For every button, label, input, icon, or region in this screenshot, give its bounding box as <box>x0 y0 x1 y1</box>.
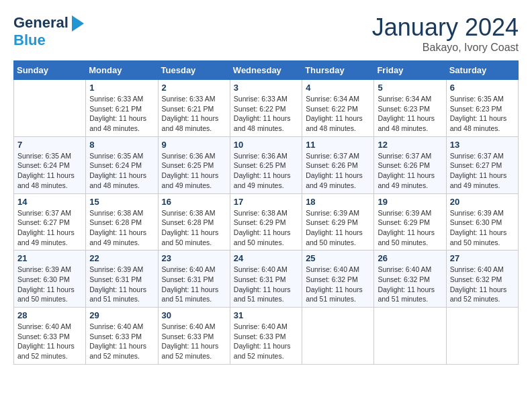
day-info: Sunrise: 6:34 AMSunset: 6:23 PMDaylight:… <box>378 94 442 134</box>
day-info: Sunrise: 6:39 AMSunset: 6:31 PMDaylight:… <box>89 265 154 304</box>
calendar-cell: 13Sunrise: 6:37 AMSunset: 6:27 PMDayligh… <box>446 136 518 193</box>
day-number: 2 <box>162 83 226 93</box>
day-info: Sunrise: 6:39 AMSunset: 6:29 PMDaylight:… <box>378 208 442 248</box>
day-info: Sunrise: 6:33 AMSunset: 6:21 PMDaylight:… <box>162 94 226 134</box>
calendar-cell: 27Sunrise: 6:40 AMSunset: 6:32 PMDayligh… <box>446 250 518 308</box>
day-number: 4 <box>306 83 370 93</box>
day-info: Sunrise: 6:39 AMSunset: 6:30 PMDaylight:… <box>450 208 515 248</box>
day-number: 28 <box>17 310 82 320</box>
day-info: Sunrise: 6:40 AMSunset: 6:33 PMDaylight:… <box>89 322 154 361</box>
calendar-cell: 1Sunrise: 6:33 AMSunset: 6:21 PMDaylight… <box>86 80 158 137</box>
col-header-thursday: Thursday <box>302 61 374 80</box>
calendar-cell: 24Sunrise: 6:40 AMSunset: 6:31 PMDayligh… <box>230 250 302 308</box>
day-info: Sunrise: 6:40 AMSunset: 6:32 PMDaylight:… <box>306 265 370 304</box>
calendar-cell: 11Sunrise: 6:37 AMSunset: 6:26 PMDayligh… <box>302 136 374 193</box>
day-number: 10 <box>234 140 298 150</box>
calendar-cell: 10Sunrise: 6:36 AMSunset: 6:25 PMDayligh… <box>230 136 302 193</box>
day-number: 17 <box>234 197 298 207</box>
logo-blue: Blue <box>13 32 84 48</box>
col-header-monday: Monday <box>86 61 158 80</box>
day-number: 26 <box>378 253 442 263</box>
calendar-cell: 6Sunrise: 6:35 AMSunset: 6:23 PMDaylight… <box>446 80 518 137</box>
day-info: Sunrise: 6:39 AMSunset: 6:30 PMDaylight:… <box>17 265 82 304</box>
col-header-saturday: Saturday <box>446 61 518 80</box>
day-number: 15 <box>89 197 154 207</box>
calendar-cell: 28Sunrise: 6:40 AMSunset: 6:33 PMDayligh… <box>14 308 86 365</box>
logo-arrow-icon <box>72 15 84 32</box>
day-info: Sunrise: 6:33 AMSunset: 6:22 PMDaylight:… <box>234 94 298 134</box>
day-info: Sunrise: 6:33 AMSunset: 6:21 PMDaylight:… <box>89 94 154 134</box>
day-info: Sunrise: 6:40 AMSunset: 6:33 PMDaylight:… <box>234 322 298 361</box>
day-number: 29 <box>89 310 154 320</box>
day-number: 6 <box>450 83 515 93</box>
day-info: Sunrise: 6:40 AMSunset: 6:32 PMDaylight:… <box>450 265 515 304</box>
page-header: General Blue January 2024 Bakayo, Ivory … <box>13 13 519 54</box>
calendar-cell: 14Sunrise: 6:37 AMSunset: 6:27 PMDayligh… <box>14 193 86 250</box>
calendar-table: SundayMondayTuesdayWednesdayThursdayFrid… <box>13 60 519 365</box>
week-row-5: 28Sunrise: 6:40 AMSunset: 6:33 PMDayligh… <box>14 308 519 365</box>
day-number: 1 <box>89 83 154 93</box>
month-title: January 2024 <box>372 13 519 42</box>
col-header-wednesday: Wednesday <box>230 61 302 80</box>
calendar-cell <box>446 308 518 365</box>
calendar-cell: 25Sunrise: 6:40 AMSunset: 6:32 PMDayligh… <box>302 250 374 308</box>
calendar-cell: 19Sunrise: 6:39 AMSunset: 6:29 PMDayligh… <box>374 193 446 250</box>
location-title: Bakayo, Ivory Coast <box>372 42 519 54</box>
calendar-cell: 3Sunrise: 6:33 AMSunset: 6:22 PMDaylight… <box>230 80 302 137</box>
calendar-cell: 30Sunrise: 6:40 AMSunset: 6:33 PMDayligh… <box>158 308 230 365</box>
week-row-4: 21Sunrise: 6:39 AMSunset: 6:30 PMDayligh… <box>14 250 519 308</box>
day-info: Sunrise: 6:36 AMSunset: 6:25 PMDaylight:… <box>234 151 298 191</box>
calendar-cell: 8Sunrise: 6:35 AMSunset: 6:24 PMDaylight… <box>86 136 158 193</box>
day-number: 27 <box>450 253 515 263</box>
day-info: Sunrise: 6:40 AMSunset: 6:33 PMDaylight:… <box>162 322 226 361</box>
day-number: 31 <box>234 310 298 320</box>
day-info: Sunrise: 6:40 AMSunset: 6:31 PMDaylight:… <box>234 265 298 304</box>
day-info: Sunrise: 6:38 AMSunset: 6:29 PMDaylight:… <box>234 208 298 248</box>
calendar-cell <box>374 308 446 365</box>
day-number: 19 <box>378 197 442 207</box>
calendar-cell: 26Sunrise: 6:40 AMSunset: 6:32 PMDayligh… <box>374 250 446 308</box>
day-number: 25 <box>306 253 370 263</box>
day-number: 5 <box>378 83 442 93</box>
calendar-cell <box>14 80 86 137</box>
day-number: 23 <box>162 253 226 263</box>
calendar-cell: 17Sunrise: 6:38 AMSunset: 6:29 PMDayligh… <box>230 193 302 250</box>
day-number: 22 <box>89 253 154 263</box>
calendar-cell: 18Sunrise: 6:39 AMSunset: 6:29 PMDayligh… <box>302 193 374 250</box>
day-info: Sunrise: 6:35 AMSunset: 6:23 PMDaylight:… <box>450 94 515 134</box>
day-number: 21 <box>17 253 82 263</box>
day-info: Sunrise: 6:38 AMSunset: 6:28 PMDaylight:… <box>89 208 154 248</box>
title-section: January 2024 Bakayo, Ivory Coast <box>372 13 519 54</box>
day-info: Sunrise: 6:39 AMSunset: 6:29 PMDaylight:… <box>306 208 370 248</box>
day-number: 18 <box>306 197 370 207</box>
calendar-cell: 29Sunrise: 6:40 AMSunset: 6:33 PMDayligh… <box>86 308 158 365</box>
logo-general: General <box>13 14 69 31</box>
calendar-cell: 15Sunrise: 6:38 AMSunset: 6:28 PMDayligh… <box>86 193 158 250</box>
day-number: 20 <box>450 197 515 207</box>
day-info: Sunrise: 6:38 AMSunset: 6:28 PMDaylight:… <box>162 208 226 248</box>
col-header-friday: Friday <box>374 61 446 80</box>
day-info: Sunrise: 6:37 AMSunset: 6:26 PMDaylight:… <box>378 151 442 191</box>
day-number: 30 <box>162 310 226 320</box>
calendar-cell: 9Sunrise: 6:36 AMSunset: 6:25 PMDaylight… <box>158 136 230 193</box>
calendar-cell: 20Sunrise: 6:39 AMSunset: 6:30 PMDayligh… <box>446 193 518 250</box>
day-number: 12 <box>378 140 442 150</box>
week-row-2: 7Sunrise: 6:35 AMSunset: 6:24 PMDaylight… <box>14 136 519 193</box>
day-number: 7 <box>17 140 82 150</box>
logo: General Blue <box>13 13 84 48</box>
day-info: Sunrise: 6:36 AMSunset: 6:25 PMDaylight:… <box>162 151 226 191</box>
day-number: 11 <box>306 140 370 150</box>
calendar-cell: 22Sunrise: 6:39 AMSunset: 6:31 PMDayligh… <box>86 250 158 308</box>
calendar-cell: 12Sunrise: 6:37 AMSunset: 6:26 PMDayligh… <box>374 136 446 193</box>
calendar-header-row: SundayMondayTuesdayWednesdayThursdayFrid… <box>14 61 519 80</box>
calendar-cell: 31Sunrise: 6:40 AMSunset: 6:33 PMDayligh… <box>230 308 302 365</box>
calendar-cell: 5Sunrise: 6:34 AMSunset: 6:23 PMDaylight… <box>374 80 446 137</box>
day-info: Sunrise: 6:40 AMSunset: 6:33 PMDaylight:… <box>17 322 82 361</box>
day-info: Sunrise: 6:34 AMSunset: 6:22 PMDaylight:… <box>306 94 370 134</box>
week-row-3: 14Sunrise: 6:37 AMSunset: 6:27 PMDayligh… <box>14 193 519 250</box>
day-number: 8 <box>89 140 154 150</box>
calendar-cell: 21Sunrise: 6:39 AMSunset: 6:30 PMDayligh… <box>14 250 86 308</box>
day-info: Sunrise: 6:40 AMSunset: 6:32 PMDaylight:… <box>378 265 442 304</box>
day-info: Sunrise: 6:37 AMSunset: 6:27 PMDaylight:… <box>450 151 515 191</box>
day-number: 9 <box>162 140 226 150</box>
